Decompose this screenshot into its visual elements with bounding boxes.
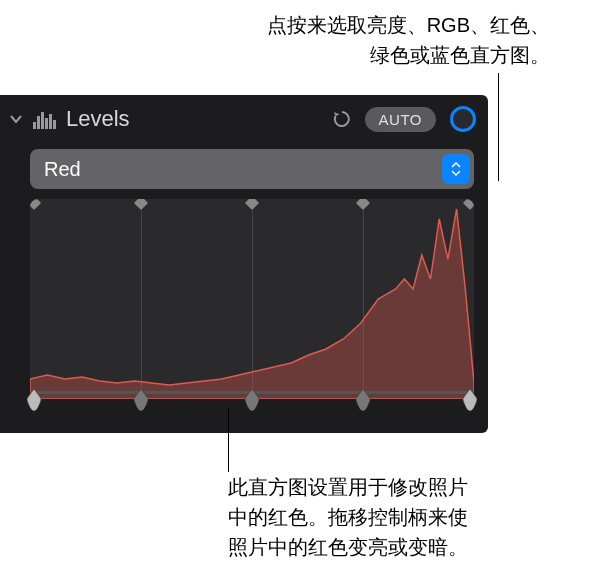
active-indicator[interactable] — [450, 106, 476, 132]
chevron-down-icon[interactable] — [8, 111, 24, 127]
svg-rect-0 — [33, 122, 36, 129]
updown-icon — [442, 154, 470, 184]
slider-handle[interactable] — [133, 389, 149, 411]
callout-bottom-line2: 中的红色。拖移控制柄来使 — [228, 502, 468, 532]
levels-panel: Levels AUTO Red — [0, 95, 488, 433]
svg-rect-3 — [45, 118, 48, 129]
svg-rect-1 — [37, 116, 40, 129]
callout-bottom: 此直方图设置用于修改照片 中的红色。拖移控制柄来使 照片中的红色变亮或变暗。 — [228, 472, 468, 562]
reset-icon[interactable] — [331, 108, 353, 130]
svg-rect-4 — [49, 114, 52, 129]
callout-top-line2: 绿色或蓝色直方图。 — [267, 40, 550, 70]
callout-leader-bottom — [228, 408, 229, 472]
histogram-icon — [32, 110, 56, 128]
channel-dropdown-label: Red — [44, 158, 442, 181]
histogram-area — [30, 199, 474, 399]
callout-top-line1: 点按来选取亮度、RGB、红色、 — [267, 10, 550, 40]
svg-rect-5 — [53, 120, 56, 129]
callout-top: 点按来选取亮度、RGB、红色、 绿色或蓝色直方图。 — [267, 10, 550, 70]
slider-handle[interactable] — [244, 389, 260, 411]
callout-bottom-line3: 照片中的红色变亮或变暗。 — [228, 532, 468, 562]
callout-leader-top — [498, 73, 499, 181]
slider-handle[interactable] — [26, 389, 42, 411]
panel-header: Levels AUTO — [0, 95, 488, 143]
panel-title: Levels — [66, 106, 323, 132]
svg-rect-2 — [41, 112, 44, 129]
slider-row — [30, 391, 474, 417]
slider-handle[interactable] — [462, 389, 478, 411]
histogram-chart — [30, 199, 474, 399]
callout-bottom-line1: 此直方图设置用于修改照片 — [228, 472, 468, 502]
slider-handle[interactable] — [355, 389, 371, 411]
auto-button[interactable]: AUTO — [365, 107, 436, 132]
channel-dropdown[interactable]: Red — [30, 149, 474, 189]
